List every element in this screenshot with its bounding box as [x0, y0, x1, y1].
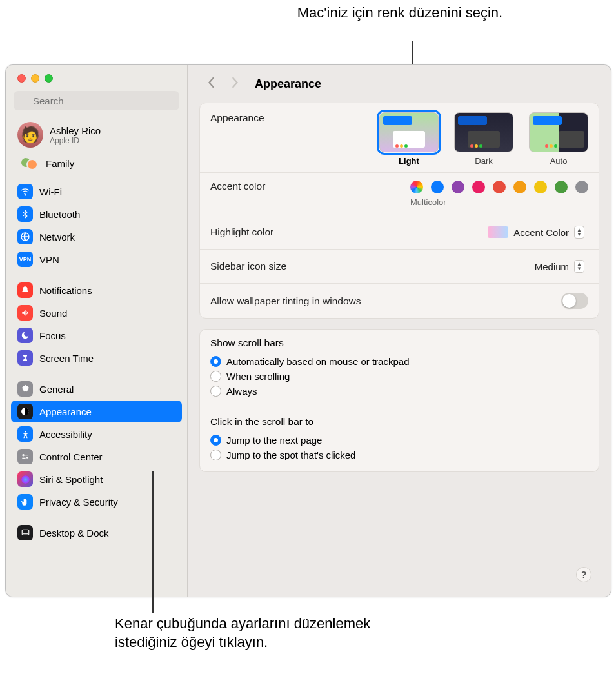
- accent-color-red[interactable]: [493, 181, 506, 193]
- svg-point-2: [25, 195, 25, 195]
- sidebar-item-desktop[interactable]: Desktop & Dock: [11, 522, 182, 544]
- sidebar-item-general[interactable]: General: [11, 378, 182, 400]
- accent-color-green[interactable]: [555, 181, 568, 193]
- click-scroll-label: Click in the scroll bar to: [210, 416, 588, 428]
- callout-top-text: Mac'iniz için renk düzenini seçin.: [297, 5, 502, 21]
- notifications-icon: [17, 282, 33, 298]
- appearance-caption: Light: [399, 156, 419, 166]
- forward-button[interactable]: [228, 76, 242, 92]
- radio-button[interactable]: [210, 356, 221, 367]
- sidebar-item-siri[interactable]: Siri & Spotlight: [11, 468, 182, 490]
- back-button[interactable]: [204, 76, 219, 92]
- accent-color-orange[interactable]: [513, 181, 526, 193]
- minimize-button[interactable]: [31, 74, 39, 83]
- sidebar-item-label: Network: [39, 232, 75, 243]
- close-button[interactable]: [17, 74, 26, 83]
- radio-label: Jump to the next page: [226, 435, 322, 446]
- sidebar-item-focus[interactable]: Focus: [11, 324, 182, 346]
- sidebar-item-wifi[interactable]: Wi-Fi: [11, 181, 182, 203]
- sidebar-item-privacy[interactable]: Privacy & Security: [11, 491, 182, 513]
- scrollbars-option-always[interactable]: Always: [210, 384, 588, 399]
- appearance-thumb-dark: [454, 112, 513, 152]
- appearance-option-dark[interactable]: Dark: [454, 112, 513, 166]
- sidebar-item-controlcenter[interactable]: Control Center: [11, 446, 182, 468]
- sidebar-family[interactable]: Family: [6, 152, 187, 176]
- appearance-caption: Dark: [475, 156, 492, 166]
- siri-icon: [17, 471, 33, 487]
- sidebar-item-vpn[interactable]: VPNVPN: [11, 248, 182, 270]
- svg-point-11: [21, 475, 30, 484]
- appearance-label: Appearance: [210, 112, 264, 124]
- sidebar-item-label: Desktop & Dock: [39, 528, 109, 539]
- sidebar-item-label: Bluetooth: [39, 209, 80, 220]
- sidebar-item-label: VPN: [39, 254, 59, 265]
- accent-color-purple[interactable]: [452, 181, 464, 193]
- main-pane: Appearance Appearance LightDarkAuto Acce…: [188, 65, 611, 597]
- general-icon: [17, 381, 33, 397]
- page-title: Appearance: [255, 77, 321, 91]
- radio-button[interactable]: [210, 450, 221, 460]
- zoom-button[interactable]: [45, 74, 53, 83]
- click-scroll-option-spot[interactable]: Jump to the spot that's clicked: [210, 448, 588, 462]
- scrollbars-label: Show scroll bars: [210, 337, 588, 349]
- chevron-updown-icon: ▲▼: [574, 226, 584, 239]
- scroll-card: Show scroll bars Automatically based on …: [199, 329, 599, 472]
- svg-point-6: [25, 430, 26, 432]
- callout-leader-line: [152, 471, 154, 613]
- search-container: [6, 91, 187, 115]
- highlight-popup[interactable]: Accent Color ▲▼: [482, 224, 588, 240]
- radio-button[interactable]: [210, 435, 221, 446]
- desktop-icon: [17, 525, 33, 540]
- sidebar-item-label: Privacy & Security: [39, 497, 118, 508]
- radio-button[interactable]: [210, 371, 221, 382]
- appearance-option-light[interactable]: Light: [379, 112, 439, 166]
- callout-bottom-text: Kenar çubuğunda ayarlarını düzenlemek is…: [115, 615, 370, 650]
- scrollbars-option-scrolling[interactable]: When scrolling: [210, 369, 588, 384]
- tinting-label: Allow wallpaper tinting in windows: [210, 295, 361, 307]
- accent-label: Accent color: [210, 181, 265, 192]
- sidebar-item-label: Wi-Fi: [39, 186, 62, 197]
- svg-point-9: [26, 457, 28, 459]
- sidebar: 🧑 Ashley Rico Apple ID Family Wi-FiBluet…: [6, 65, 188, 597]
- sidebar-icon-size-popup[interactable]: Medium ▲▼: [530, 259, 588, 274]
- accent-color-blue[interactable]: [431, 181, 444, 193]
- sidebar-item-sound[interactable]: Sound: [11, 302, 182, 324]
- help-button[interactable]: ?: [576, 567, 591, 582]
- network-icon: [17, 229, 33, 244]
- svg-point-7: [23, 455, 24, 456]
- sidebar-item-label: Notifications: [39, 285, 92, 296]
- sidebar-item-bluetooth[interactable]: Bluetooth: [11, 203, 182, 225]
- sidebar-item-label: Control Center: [39, 451, 103, 462]
- radio-label: Always: [226, 386, 257, 397]
- sidebar-item-label: Accessibility: [39, 429, 92, 440]
- radio-label: When scrolling: [226, 371, 290, 382]
- sidebar-item-label: Appearance: [39, 406, 92, 417]
- sidebar-account[interactable]: 🧑 Ashley Rico Apple ID: [6, 118, 187, 152]
- accent-color-yellow[interactable]: [534, 181, 547, 193]
- sound-icon: [17, 305, 33, 321]
- appearance-option-auto[interactable]: Auto: [529, 112, 588, 166]
- accent-color-gray[interactable]: [575, 181, 588, 193]
- sidebar-item-screentime[interactable]: Screen Time: [11, 347, 182, 369]
- sidebar-item-label: Sound: [39, 308, 67, 319]
- titlebar: Appearance: [188, 65, 611, 103]
- scrollbars-option-auto[interactable]: Automatically based on mouse or trackpad: [210, 354, 588, 369]
- wifi-icon: [17, 184, 33, 199]
- tinting-toggle[interactable]: [561, 293, 588, 309]
- privacy-icon: [17, 494, 33, 510]
- highlight-swatch: [488, 226, 508, 238]
- radio-button[interactable]: [210, 386, 221, 397]
- sidebar-item-appearance[interactable]: Appearance: [11, 401, 182, 422]
- window-traffic-lights: [6, 65, 187, 91]
- sidebar-icon-size-label: Sidebar icon size: [210, 261, 286, 272]
- sidebar-item-accessibility[interactable]: Accessibility: [11, 423, 182, 445]
- accent-color-multi[interactable]: [410, 181, 423, 193]
- search-input[interactable]: [14, 91, 179, 110]
- sidebar-item-label: Screen Time: [39, 353, 94, 364]
- callout-bottom: Kenar çubuğunda ayarlarını düzenlemek is…: [115, 615, 373, 651]
- sidebar-item-network[interactable]: Network: [11, 226, 182, 248]
- vpn-icon: VPN: [17, 252, 33, 267]
- sidebar-item-notifications[interactable]: Notifications: [11, 279, 182, 301]
- click-scroll-option-next[interactable]: Jump to the next page: [210, 433, 588, 448]
- accent-color-pink[interactable]: [472, 181, 485, 193]
